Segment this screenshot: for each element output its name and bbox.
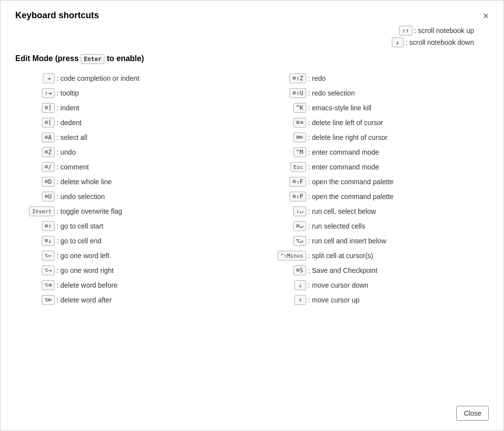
shortcut-desc: : tooltip [57, 89, 79, 97]
shortcut-desc: : Save and Checkpoint [308, 266, 378, 274]
key-badge: ⌘Z [42, 147, 55, 157]
key-badge: ⌘A [42, 133, 55, 142]
shortcut-row: ^⇧Minus : split cell at cursor(s) [257, 248, 489, 263]
shortcut-key: ⇧↵ [257, 206, 306, 216]
section-title: Edit Mode (press Enter to enable) [15, 54, 489, 64]
shortcut-key: ^M [257, 147, 306, 157]
shortcut-desc: : redo selection [308, 89, 355, 97]
shortcut-row: ⌘↵ : run selected cells [257, 219, 489, 233]
key-badge: ⇧↑ [399, 26, 412, 35]
shortcut-key: ⌘⇧P [257, 192, 306, 201]
section-title-suffix: to enable) [104, 54, 144, 63]
shortcut-row: ⌥→ : go one word right [15, 263, 237, 278]
shortcut-key: ⌥⌫ [15, 280, 55, 290]
shortcut-desc: : go one word left [57, 252, 109, 260]
key-badge: ⌥⌦ [42, 295, 55, 305]
shortcut-key: ⌥← [15, 251, 55, 261]
shortcut-key: ⌘] [15, 103, 55, 113]
shortcut-row: ⇧⇥ : tooltip [15, 86, 237, 100]
shortcut-desc: : go one word right [57, 266, 114, 274]
shortcut-row: ⌥↵ : run cell and insert below [257, 233, 489, 248]
key-badge: ⇥ [43, 73, 55, 83]
shortcut-row: ⌘⇧P : open the command palette [257, 189, 489, 204]
key-badge: ⌘/ [42, 162, 55, 172]
shortcut-desc: : enter command mode [308, 163, 379, 171]
shortcut-row: ⌥← : go one word left [15, 248, 237, 263]
shortcut-desc: : open the command palette [308, 193, 394, 200]
shortcut-row: ^M : enter command mode [257, 145, 489, 160]
shortcut-row: ⌘A : select all [15, 130, 237, 145]
shortcut-row: ⌘⇧F : open the command palette [257, 174, 489, 189]
shortcut-desc: : undo selection [57, 193, 105, 200]
shortcut-key: ⌘⌫ [257, 118, 306, 128]
shortcut-row: ⇥ : code completion or indent [15, 71, 237, 86]
shortcut-key: ⇧⇥ [15, 88, 55, 98]
close-x-button[interactable]: × [483, 11, 489, 21]
shortcut-desc: : delete word before [57, 281, 118, 289]
key-badge: ⌘↵ [293, 221, 306, 231]
shortcut-desc: : emacs-style line kill [308, 104, 371, 112]
shortcut-key: ⌘U [15, 192, 55, 201]
top-shortcuts-section: ⇧↑ : scroll notebook up ↓ : scroll noteb… [15, 26, 489, 49]
key-badge: ⌘↑ [42, 221, 55, 231]
shortcut-key: ⌥⌦ [15, 295, 55, 305]
shortcut-key: ⌘↵ [257, 221, 306, 231]
shortcut-row: ⌥⌦ : delete word after [15, 293, 237, 307]
key-badge: ⇧⇥ [42, 88, 55, 98]
shortcut-row: ⌘↑ : go to cell start [15, 219, 237, 233]
shortcut-row: ⌘↓ : go to cell end [15, 233, 237, 248]
shortcut-key: ⌘/ [15, 162, 55, 172]
shortcut-row: ⌥⌫ : delete word before [15, 278, 237, 293]
shortcut-key: ⌘⇧F [257, 177, 306, 187]
shortcut-desc: : split cell at cursor(s) [308, 252, 373, 260]
shortcut-row: ⌘D : delete whole line [15, 174, 237, 189]
shortcut-row: Insert : toggle overwrite flag [15, 204, 237, 219]
key-badge: ⌘D [42, 177, 55, 187]
shortcut-row: ⌘U : undo selection [15, 189, 237, 204]
shortcut-row: ⌘] : indent [15, 100, 237, 115]
key-badge: Insert [29, 206, 55, 216]
shortcut-key: ⌘Z [15, 147, 55, 157]
key-badge: Esc [290, 162, 306, 172]
shortcut-key: ↓ [257, 280, 306, 290]
key-badge: ⌘⌫ [293, 118, 306, 128]
shortcut-key: ⌘D [15, 177, 55, 187]
key-badge: ⌘⇧U [289, 88, 306, 98]
shortcut-desc: : redo [308, 74, 326, 82]
key-badge: ⌘[ [42, 118, 55, 128]
shortcut-key: ⌘S [257, 265, 306, 275]
key-badge: ^M [293, 147, 306, 157]
shortcut-desc: : delete word after [57, 296, 112, 304]
shortcut-key: ⌘↑ [15, 221, 55, 231]
section-title-prefix: Edit Mode (press [15, 54, 81, 63]
shortcut-key: ⇧↑ [373, 26, 412, 35]
shortcut-key: ⌥→ [15, 265, 55, 275]
shortcut-row: ⌘S : Save and Checkpoint [257, 263, 489, 278]
shortcut-key: ↑ [257, 295, 306, 305]
shortcut-key: ⌘A [15, 133, 55, 142]
key-badge: ^K [293, 103, 306, 113]
shortcut-desc: : run cell and insert below [308, 237, 386, 245]
shortcut-row: ⌘[ : dedent [15, 115, 237, 130]
key-badge: ⌘⇧P [289, 192, 306, 201]
shortcut-desc: : go to cell start [57, 222, 103, 230]
key-badge: ⌘↓ [42, 236, 55, 246]
shortcut-key: ⌘⇧Z [257, 73, 306, 83]
key-badge: ⌥⌫ [42, 280, 55, 290]
shortcut-key: ⌘[ [15, 118, 55, 128]
close-button[interactable]: Close [456, 406, 489, 421]
key-badge: ⌘U [42, 192, 55, 201]
shortcut-row: Esc : enter command mode [257, 160, 489, 174]
key-badge: ↓ [294, 280, 306, 290]
modal-title: Keyboard shortcuts [15, 10, 99, 21]
shortcut-row: ⇧↵ : run cell, select below [257, 204, 489, 219]
key-badge: ⌘⇧F [289, 177, 306, 187]
shortcut-desc: : code completion or indent [57, 74, 139, 82]
shortcut-row: ⌘⇧Z : redo [257, 71, 489, 86]
shortcut-row: ⌘⌫ : delete line left of cursor [257, 115, 489, 130]
shortcut-row: ↑ : move cursor up [257, 293, 489, 307]
shortcut-key: ⇥ [15, 73, 55, 83]
shortcut-desc: : enter command mode [308, 148, 379, 156]
shortcut-desc: : go to cell end [57, 237, 101, 245]
shortcut-desc: : move cursor down [308, 281, 368, 289]
